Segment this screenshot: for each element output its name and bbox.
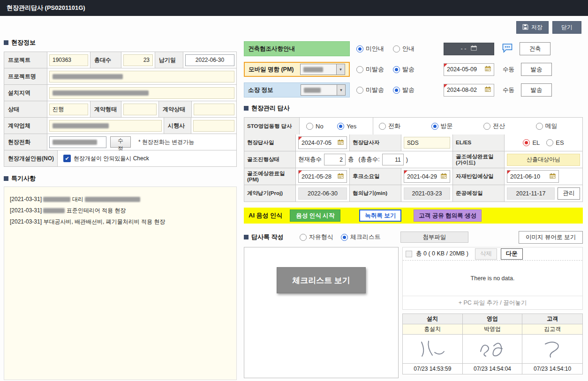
select-all-checkbox[interactable] [406, 251, 412, 257]
calendar-icon[interactable] [485, 66, 491, 73]
total-floor-input[interactable]: 11 [382, 154, 404, 165]
method-mail-label[interactable]: 메일 [545, 122, 558, 130]
not-opened-checkbox[interactable]: ✔ [63, 155, 71, 162]
install-area-input[interactable] [49, 87, 234, 99]
method-computer-label[interactable]: 전산 [493, 122, 505, 130]
method-phone-option[interactable]: 전화 [373, 122, 426, 130]
mobile-sent-option[interactable]: 발송 [393, 65, 422, 74]
voice-start-button[interactable]: 음성 인식 시작 [290, 209, 340, 222]
free-form-option[interactable]: 자유형식 [300, 233, 333, 241]
manager-not-sent-label[interactable]: 미발송 [366, 86, 384, 94]
visit-date-input[interactable]: 2024-07-05 [298, 136, 347, 149]
frame-pm-date-input[interactable]: 2021-05-28 [298, 170, 347, 183]
mobile-date-input[interactable]: 2024-05-09 [444, 63, 494, 76]
arch-not-guided-option[interactable]: 미안내 [356, 45, 393, 53]
chat-icon[interactable] [502, 43, 513, 54]
attach-file-button[interactable]: 첨부파일 [400, 232, 468, 243]
material-date-input[interactable]: 2021-06-10 [507, 170, 559, 183]
checklist-option[interactable]: 체크리스트 [341, 233, 381, 241]
manager-sent-label[interactable]: 발송 [402, 86, 415, 94]
method-computer-option[interactable]: 전산 [478, 122, 530, 130]
arch-button[interactable]: 건축 [520, 42, 550, 55]
sto-yes-label[interactable]: Yes [347, 123, 356, 130]
method-visit-label[interactable]: 방문 [441, 122, 453, 130]
mobile-send-button[interactable]: 발송 [521, 63, 552, 76]
method-mail-option[interactable]: 메일 [530, 122, 583, 130]
es-radio[interactable] [546, 139, 553, 146]
manage-button[interactable]: 관리 [558, 187, 580, 200]
mobile-sent-radio[interactable] [393, 66, 400, 73]
calendar-icon[interactable] [441, 173, 447, 180]
calendar-icon[interactable] [485, 86, 491, 94]
sto-yes-radio[interactable] [337, 123, 344, 130]
sto-yes-option[interactable]: Yes [337, 123, 373, 130]
calendar-icon[interactable] [471, 45, 477, 52]
project-input[interactable]: 190363 [49, 54, 88, 66]
calendar-icon[interactable] [338, 173, 344, 180]
transcript-button[interactable]: 녹취록 보기 [359, 209, 401, 222]
project-name-input[interactable] [49, 71, 234, 82]
arch-date-input[interactable]: - - [444, 43, 494, 55]
mobile-not-sent-radio[interactable] [356, 66, 363, 73]
arch-guided-option[interactable]: 안내 [393, 45, 422, 53]
method-visit-radio[interactable] [431, 123, 438, 130]
es-option[interactable]: ES [546, 139, 564, 146]
method-computer-radio[interactable] [483, 123, 490, 130]
contract-status-input[interactable] [194, 104, 234, 115]
checklist-radio[interactable] [341, 234, 348, 241]
arch-guided-radio[interactable] [393, 45, 400, 52]
checklist-view-button[interactable]: 체크리스트 보기 [277, 267, 366, 293]
phone-edit-button[interactable]: 수정 [110, 136, 131, 148]
manager-not-sent-option[interactable]: 미발송 [356, 86, 393, 94]
file-add-hint[interactable]: + PC 파일 추가 / 끌어놓기 [403, 296, 582, 309]
method-phone-label[interactable]: 전화 [388, 122, 400, 130]
manager-sent-radio[interactable] [393, 87, 400, 94]
checklist-label[interactable]: 체크리스트 [350, 233, 381, 241]
method-visit-option[interactable]: 방문 [426, 122, 478, 130]
share-minutes-button[interactable]: 고객 공유 협의록 생성 [414, 209, 482, 222]
status-input[interactable]: 진행 [49, 104, 88, 115]
manager-date-input[interactable]: 2024-08-02 [444, 84, 494, 97]
surveyor-input[interactable]: SDS [404, 137, 450, 149]
calendar-icon[interactable] [338, 139, 344, 147]
mobile-not-sent-label[interactable]: 미발송 [366, 65, 384, 74]
delete-button[interactable]: 삭제 [475, 248, 497, 260]
developer-input[interactable] [193, 120, 234, 132]
calendar-icon[interactable] [550, 173, 556, 180]
window-title: 현장관리답사 (PS0201101G) [7, 4, 85, 12]
hook-date-input[interactable]: 2021-04-29 [404, 170, 450, 183]
arch-not-guided-radio[interactable] [356, 45, 363, 52]
es-label[interactable]: ES [556, 139, 564, 146]
total-units-input[interactable]: 23 [123, 54, 153, 66]
save-button[interactable]: 저장 [516, 21, 549, 34]
manager-info-select[interactable]: ▼ [301, 84, 346, 96]
notes-textarea[interactable]: [2021-03-31] 대리 [2021-03-31] 표준인테리어 적용 현… [4, 187, 237, 380]
el-label[interactable]: EL [532, 139, 540, 146]
el-radio[interactable] [523, 139, 530, 146]
image-viewer-button[interactable]: 이미지 뷰어로 보기 [519, 231, 583, 244]
sto-no-radio[interactable] [306, 123, 313, 130]
vendor-input[interactable] [49, 120, 162, 132]
el-option[interactable]: EL [523, 139, 540, 146]
download-button[interactable]: 다운 [501, 248, 523, 260]
mobile-card-select[interactable]: ▼ [300, 64, 345, 75]
method-phone-radio[interactable] [379, 123, 386, 130]
manager-not-sent-radio[interactable] [356, 87, 363, 94]
method-mail-radio[interactable] [536, 123, 543, 130]
mobile-sent-label[interactable]: 발송 [402, 65, 415, 74]
current-floor-input[interactable]: 2 [324, 154, 346, 165]
due-date-input[interactable]: 2022-06-30 [185, 54, 234, 66]
signature-image-install [403, 335, 463, 364]
contract-type-input[interactable] [123, 104, 157, 115]
sto-no-label[interactable]: No [316, 123, 324, 130]
arch-not-guided-label[interactable]: 미안내 [366, 45, 384, 53]
arch-guided-label[interactable]: 안내 [402, 45, 415, 53]
free-form-radio[interactable] [300, 234, 307, 241]
free-form-label[interactable]: 자유형식 [309, 233, 333, 241]
manager-sent-option[interactable]: 발송 [393, 86, 422, 94]
sto-no-option[interactable]: No [300, 123, 337, 130]
close-button[interactable]: 닫기 [552, 21, 581, 34]
mobile-not-sent-option[interactable]: 미발송 [356, 65, 393, 74]
manager-send-button[interactable]: 발송 [521, 83, 552, 97]
phone-input[interactable] [49, 136, 106, 148]
